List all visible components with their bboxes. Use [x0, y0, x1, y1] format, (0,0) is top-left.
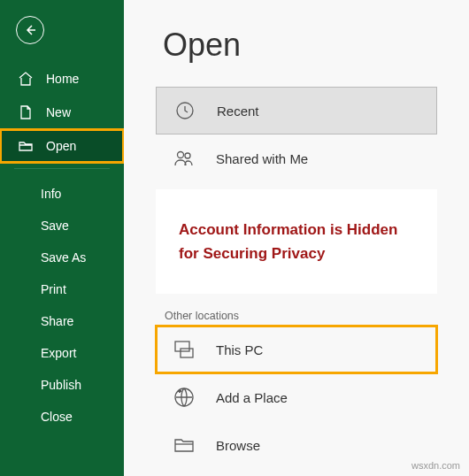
add-a-place-row[interactable]: Add a Place: [156, 373, 437, 421]
sub-save[interactable]: Save: [0, 210, 124, 242]
nav-label: Home: [46, 72, 79, 86]
sub-print[interactable]: Print: [0, 273, 124, 305]
account-hidden-message: Account Information is Hidden for Securi…: [179, 218, 414, 265]
watermark: wsxdn.com: [411, 460, 460, 471]
clock-icon: [173, 98, 197, 123]
nav-home[interactable]: Home: [0, 62, 124, 96]
browse-label: Browse: [216, 438, 260, 453]
nav-label: Open: [46, 139, 76, 153]
browse-folder-icon: [172, 433, 196, 457]
sub-share[interactable]: Share: [0, 305, 124, 337]
back-arrow-icon: [23, 23, 37, 37]
sidebar-divider: [14, 168, 110, 169]
svg-rect-4: [181, 349, 193, 357]
add-place-label: Add a Place: [216, 390, 288, 405]
shared-label: Shared with Me: [216, 151, 308, 166]
svg-rect-3: [175, 342, 189, 351]
open-panel: Open Recent Shared with Me Account Infor…: [124, 0, 469, 476]
svg-point-1: [178, 152, 184, 158]
add-place-icon: [172, 385, 196, 410]
open-folder-icon: [18, 138, 34, 154]
back-button[interactable]: [16, 16, 44, 44]
account-hidden-box: Account Information is Hidden for Securi…: [156, 189, 437, 294]
page-title: Open: [124, 27, 469, 64]
nav-label: New: [46, 105, 71, 119]
this-pc-row[interactable]: This PC: [156, 326, 437, 373]
other-locations-label: Other locations: [124, 306, 469, 326]
shared-with-me-row[interactable]: Shared with Me: [156, 134, 437, 182]
svg-point-2: [185, 153, 190, 158]
sub-publish[interactable]: Publish: [0, 369, 124, 401]
sub-save-as[interactable]: Save As: [0, 242, 124, 273]
home-icon: [18, 71, 34, 87]
nav-open[interactable]: Open: [0, 129, 124, 163]
browse-row[interactable]: Browse: [156, 421, 437, 469]
this-pc-icon: [172, 337, 196, 362]
sub-info[interactable]: Info: [0, 178, 124, 210]
nav-new[interactable]: New: [0, 96, 124, 129]
sub-close[interactable]: Close: [0, 401, 124, 433]
backstage-sidebar: Home New Open Info Save Save As Print Sh…: [0, 0, 124, 476]
new-file-icon: [18, 104, 34, 120]
this-pc-label: This PC: [216, 342, 263, 357]
recent-row[interactable]: Recent: [156, 87, 437, 134]
sub-export[interactable]: Export: [0, 337, 124, 369]
recent-label: Recent: [217, 104, 259, 119]
people-icon: [172, 146, 196, 171]
